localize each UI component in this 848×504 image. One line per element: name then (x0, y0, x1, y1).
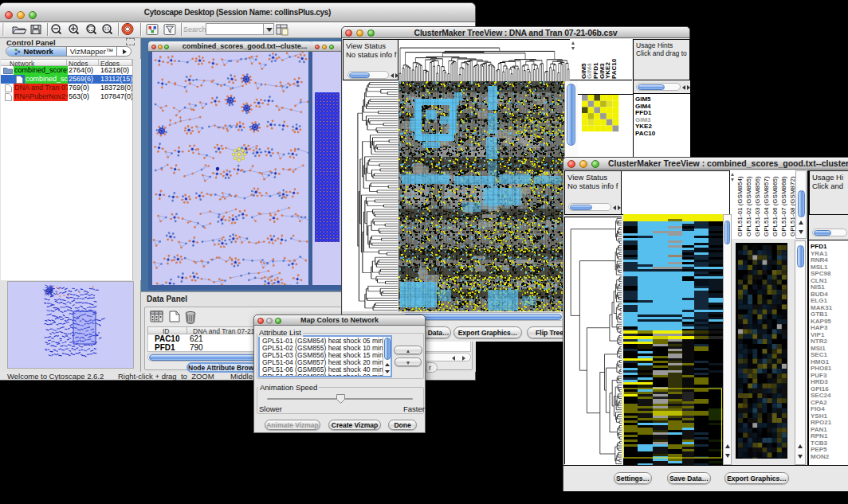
svg-text:GPL51-04 (GSM857): GPL51-04 (GSM857) (763, 176, 770, 236)
svg-text:PAC10: PAC10 (610, 58, 618, 79)
svg-text:GPL51-02 (GSM855): GPL51-02 (GSM855) (745, 176, 752, 236)
svg-text:GPL51-03 (GSM856): GPL51-03 (GSM856) (754, 176, 761, 236)
svg-text:GPL51-08 (GSM872): GPL51-08 (GSM872) (789, 176, 795, 236)
svg-text:GPL51-07 (GSM868): GPL51-07 (GSM868) (780, 176, 787, 236)
svg-text:1:1: 1:1 (104, 27, 110, 31)
svg-text:GPL51-06 (GSM865): GPL51-06 (GSM865) (771, 176, 779, 236)
svg-text:GPL51-01 (GSM854): GPL51-01 (GSM854) (736, 176, 744, 236)
